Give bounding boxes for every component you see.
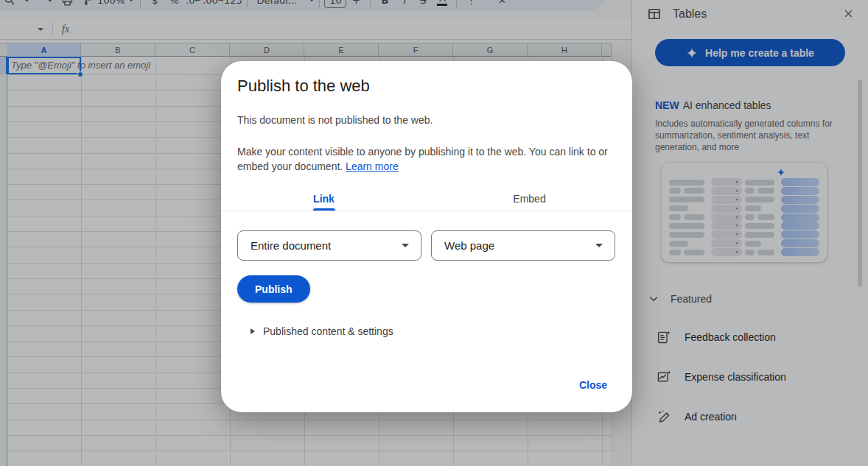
format-select[interactable]: Web page xyxy=(431,230,615,261)
published-content-expander[interactable]: Published content & settings xyxy=(251,325,615,337)
tab-embed[interactable]: Embed xyxy=(427,186,632,211)
active-tab-indicator xyxy=(313,208,335,211)
learn-more-link[interactable]: Learn more xyxy=(346,160,399,172)
publish-tabs: Link Embed xyxy=(221,186,632,211)
dialog-close-button[interactable]: Close xyxy=(579,379,607,391)
chevron-right-icon xyxy=(251,328,255,334)
chevron-down-icon xyxy=(595,244,603,247)
dialog-title: Publish to the web xyxy=(237,76,615,96)
tab-link[interactable]: Link xyxy=(221,186,427,211)
publish-options-row: Entire document Web page xyxy=(237,230,615,261)
publish-dialog: Publish to the web This document is not … xyxy=(221,61,632,412)
publish-body-text: Make your content visible to anyone by p… xyxy=(237,144,609,174)
scope-select[interactable]: Entire document xyxy=(237,230,421,261)
publish-status-text: This document is not published to the we… xyxy=(237,114,615,126)
publish-button[interactable]: Publish xyxy=(237,275,310,303)
chevron-down-icon xyxy=(402,244,409,247)
app-window: ↶ ↷ 100% $ % .0← .00→ 123 Def xyxy=(0,0,868,466)
